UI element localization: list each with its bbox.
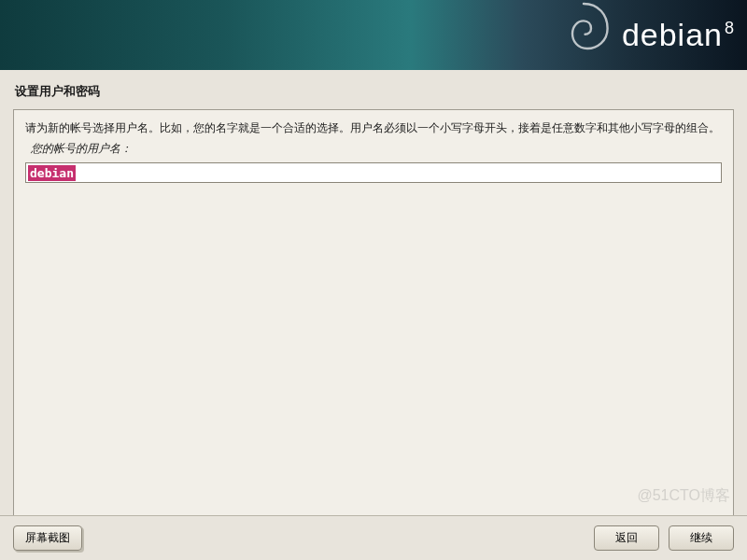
page-title: 设置用户和密码 [0, 70, 747, 109]
debian-swirl-icon [546, 0, 621, 67]
content-panel: 请为新的帐号选择用户名。比如，您的名字就是一个合适的选择。用户名必须以一个小写字… [13, 109, 734, 525]
instruction-text: 请为新的帐号选择用户名。比如，您的名字就是一个合适的选择。用户名必须以一个小写字… [25, 119, 722, 137]
debian-logo-text: debian8 [622, 17, 733, 53]
username-label: 您的帐号的用户名： [31, 141, 722, 157]
screenshot-button[interactable]: 屏幕截图 [13, 525, 82, 551]
continue-button[interactable]: 继续 [669, 525, 734, 551]
footer-bar: 屏幕截图 返回 继续 [0, 515, 747, 560]
username-input-wrapper[interactable]: debian [25, 162, 722, 183]
installer-banner: debian8 [0, 0, 747, 70]
back-button[interactable]: 返回 [594, 525, 659, 551]
username-input[interactable]: debian [28, 165, 76, 181]
